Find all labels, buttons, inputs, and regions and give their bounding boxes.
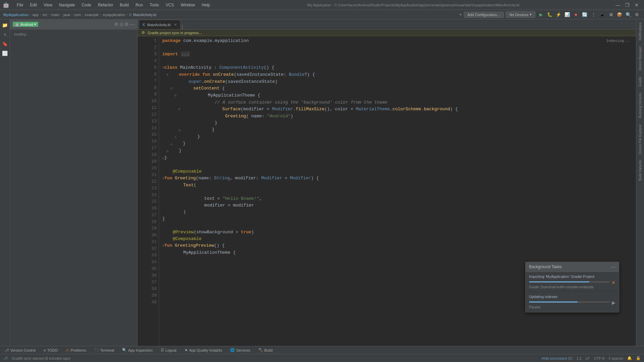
indent-setting: 4 spaces (608, 356, 623, 360)
bottom-tab-problems[interactable]: ⚠ Problems (64, 347, 88, 353)
sidebar-build-variants[interactable]: Build Variants (637, 158, 643, 183)
bg-task-2-resume-button[interactable]: ▶ (612, 300, 615, 305)
project-icon-gear[interactable]: ⚙ (125, 22, 129, 27)
bc-myapplication[interactable]: myapplication (103, 13, 125, 17)
version-control-icon: ⎇ (5, 348, 9, 352)
sidebar-structure-icon[interactable]: ≡ (1, 30, 9, 39)
file-encoding: UTF-8 (594, 356, 604, 360)
no-devices-selector[interactable]: No Devices ▾ (506, 11, 535, 18)
bottom-tab-terminal[interactable]: ⬛ Terminal (92, 347, 116, 353)
code-editor[interactable]: 12345 678910 1112131415 1617181920 21222… (138, 36, 636, 346)
menu-tools[interactable]: Tools (146, 1, 162, 9)
bottom-tab-problems-label: Problems (70, 348, 86, 352)
status-bar: ⎇ Gradle sync started (8 minutes ago) Hi… (0, 354, 644, 362)
more-tabs-button[interactable]: ⋮ (180, 24, 184, 29)
sidebar-notifications[interactable]: Notifications (637, 19, 643, 43)
project-header-icons: ⚙ ◎ ⚙ — (114, 22, 135, 27)
menu-help[interactable]: Help (198, 1, 213, 9)
project-icon-scope[interactable]: ◎ (120, 22, 123, 27)
tab-close-button[interactable]: ✕ (174, 23, 177, 26)
sidebar-device-manager[interactable]: Device Manager (637, 44, 643, 73)
window-controls: — ❐ ✕ (613, 0, 641, 10)
maximize-button[interactable]: ❐ (623, 0, 632, 10)
bc-example[interactable]: example (85, 13, 99, 17)
minimize-button[interactable]: — (613, 0, 623, 10)
bottom-tab-logcat[interactable]: ☰ Logcat (159, 347, 178, 353)
bc-src[interactable]: src (43, 13, 48, 17)
android-selector[interactable]: 🤖 Android ▾ (13, 22, 38, 27)
project-icon-minimize[interactable]: — (130, 22, 135, 27)
bottom-tab-app-inspection[interactable]: 🔍 App Inspection (120, 347, 155, 353)
problems-icon: ⚠ (66, 348, 69, 352)
bg-tasks-header: Background Tasks — (526, 262, 619, 272)
bg-task-2-status: Paused (529, 305, 615, 309)
bc-com[interactable]: com (74, 13, 81, 17)
settings-icon[interactable]: ⚙ (633, 11, 641, 18)
menu-file[interactable]: File (13, 1, 26, 9)
stop-button[interactable]: ■ (572, 11, 580, 18)
toolbar-actions: ⌖ Add Configuration... No Devices ▾ ▶ 🐛 … (459, 11, 641, 18)
bottom-tab-build[interactable]: 🔨 Build (256, 347, 274, 353)
close-button[interactable]: ✕ (632, 0, 641, 10)
bg-task-1-title: Importing 'MyApplication' Gradle Project (529, 275, 615, 279)
todo-icon: ≡ (44, 348, 46, 352)
bottom-tab-todo[interactable]: ≡ TODO (42, 348, 60, 353)
right-sidebar: Notifications Device Manager Gradle Runn… (636, 19, 644, 346)
run-button[interactable]: ▶ (537, 11, 545, 18)
menu-run[interactable]: Run (132, 1, 146, 9)
debug-button[interactable]: 🐛 (546, 11, 553, 18)
services-icon: 🌐 (230, 348, 235, 352)
menu-window[interactable]: Window (177, 1, 199, 9)
menu-edit[interactable]: Edit (26, 1, 40, 9)
device-manager-icon[interactable]: 📱 (598, 11, 606, 18)
bottom-tab-services-label: Services (236, 348, 250, 352)
bottom-tab-terminal-label: Terminal (100, 348, 114, 352)
menu-bar: File Edit View Navigate Code Refactor Bu… (13, 1, 213, 9)
sidebar-gradle[interactable]: Gradle (637, 74, 643, 89)
sidebar-running-devices[interactable]: Running Devices (637, 90, 643, 121)
indexing-label: Indexing... (606, 38, 631, 44)
gradle-sync-icon: ⚙ (142, 31, 145, 35)
sidebar-device-file-explorer[interactable]: Device File Explorer (637, 122, 643, 157)
bc-project[interactable]: MyApplication (3, 13, 29, 17)
line-numbers: 12345 678910 1112131415 1617181920 21222… (142, 36, 159, 346)
menu-vcs[interactable]: VCS (162, 1, 177, 9)
bc-java[interactable]: java (63, 13, 70, 17)
bottom-tab-services[interactable]: 🌐 Services (228, 347, 252, 353)
profile-button[interactable]: 📊 (564, 11, 571, 18)
bg-task-1: Importing 'MyApplication' Gradle Project… (526, 272, 619, 292)
bc-main[interactable]: main (51, 13, 59, 17)
bg-tasks-minimize-button[interactable]: — (611, 264, 615, 269)
bg-task-1-cancel-button[interactable]: ✕ (611, 280, 615, 285)
sync-button[interactable]: 🔄 (581, 11, 588, 18)
menu-build[interactable]: Build (116, 1, 132, 9)
bg-task-1-progress-bar-track (529, 281, 609, 283)
menu-view[interactable]: View (40, 1, 56, 9)
more-actions[interactable]: ⋮ (590, 11, 597, 18)
menu-navigate[interactable]: Navigate (56, 1, 78, 9)
editor-tab-label: MainActivity.kt (147, 23, 170, 27)
bottom-tab-app-quality[interactable]: ★ App Quality Insights (182, 347, 224, 353)
global-search-icon[interactable]: 🔍 (625, 11, 632, 18)
avd-manager-icon[interactable]: 🖥 (607, 11, 614, 18)
window-title: My Application - C:\Users\acer\AndroidSt… (216, 3, 610, 7)
notifications-icon[interactable]: 🔔 (627, 356, 632, 360)
terminal-icon: ⬛ (94, 348, 99, 352)
project-icon-cog[interactable]: ⚙ (114, 22, 118, 27)
sdk-manager-icon[interactable]: 📦 (616, 11, 623, 18)
file-icon: K (129, 13, 131, 17)
sidebar-bookmarks-icon[interactable]: 🔖 (1, 40, 9, 48)
bc-app[interactable]: app (33, 13, 39, 17)
project-loading-text: loading... (10, 29, 137, 39)
menu-refactor[interactable]: Refactor (95, 1, 116, 9)
logcat-icon: ☰ (161, 348, 164, 352)
editor-tab-main-activity[interactable]: K MainActivity.kt ✕ (139, 20, 180, 29)
run-config-button[interactable]: Add Configuration... (464, 12, 504, 18)
hide-processes-link[interactable]: Hide processes (2) (541, 356, 572, 360)
bottom-tab-version-control[interactable]: ⎇ Version Control (3, 347, 38, 353)
sidebar-build-variants-icon[interactable]: ⬜ (1, 49, 9, 58)
sidebar-project-icon[interactable]: 📁 (1, 21, 9, 29)
app-quality-icon: ★ (184, 348, 188, 352)
run-with-coverage[interactable]: ⚡ (555, 11, 562, 18)
menu-code[interactable]: Code (78, 1, 95, 9)
